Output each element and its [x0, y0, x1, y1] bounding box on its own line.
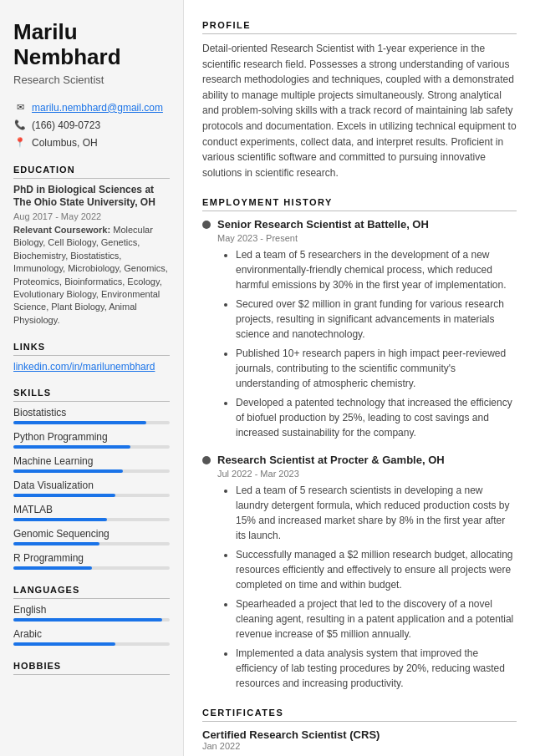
job-bullet: Published 10+ research papers in high im… [236, 346, 517, 391]
job-date: May 2023 - Present [217, 233, 517, 243]
skill-bar-bg [13, 542, 170, 545]
edu-date: Aug 2017 - May 2022 [13, 211, 170, 221]
job-bullets: Led a team of 5 researchers in the devel… [226, 247, 517, 440]
skill-label: Machine Learning [13, 455, 170, 467]
hobbies-section-title: HOBBIES [13, 661, 170, 675]
job-header: Senior Research Scientist at Battelle, O… [202, 218, 517, 231]
skill-bar-fill [13, 494, 115, 497]
education-section-title: EDUCATION [13, 165, 170, 179]
edu-degree: PhD in Biological Sciences at The Ohio S… [13, 184, 170, 210]
job-bullet: Led a team of 5 researchers in the devel… [236, 247, 517, 292]
language-label: Arabic [13, 628, 170, 640]
job-bullet: Successfully managed a $2 million resear… [236, 547, 517, 592]
language-item: English [13, 604, 170, 622]
job-title: Research Scientist at Procter & Gamble, … [217, 454, 445, 466]
job-entry: Senior Research Scientist at Battelle, O… [202, 218, 517, 440]
skill-bar-fill [13, 518, 107, 521]
language-bar-bg [13, 618, 170, 622]
skill-item: Data Visualization [13, 479, 170, 497]
profile-section: PROFILE Detail-oriented Research Scienti… [202, 20, 517, 180]
email-icon: ✉ [13, 101, 27, 114]
skill-label: Python Programming [13, 431, 170, 443]
certificates-section-title: CERTIFICATES [202, 708, 517, 722]
language-item: Arabic [13, 628, 170, 646]
language-bar-fill [13, 618, 162, 622]
edu-coursework: Relevant Coursework: Molecular Biology, … [13, 224, 170, 327]
employment-section: EMPLOYMENT HISTORY Senior Research Scien… [202, 197, 517, 691]
job-dot [202, 456, 211, 464]
skill-bar-bg [13, 566, 170, 570]
skill-label: Biostatistics [13, 407, 170, 419]
skill-label: MATLAB [13, 504, 170, 515]
skill-bar-fill [13, 566, 92, 570]
location-text: Columbus, OH [32, 137, 98, 149]
person-title: Research Scientist [13, 74, 170, 86]
linkedin-link[interactable]: linkedin.com/in/marilunembhard [13, 361, 170, 373]
skills-list: Biostatistics Python Programming Machine… [13, 407, 170, 570]
skill-label: Genomic Sequencing [13, 528, 170, 540]
main-content: PROFILE Detail-oriented Research Scienti… [184, 0, 535, 756]
skill-item: MATLAB [13, 504, 170, 521]
location-icon: 📍 [13, 136, 27, 150]
job-bullet: Secured over $2 million in grant funding… [236, 297, 517, 342]
cert-name: Certified Research Scientist (CRS) [202, 728, 517, 741]
cert-date: Jan 2022 [202, 741, 517, 751]
contact-location-row: 📍 Columbus, OH [13, 136, 170, 150]
skill-label: R Programming [13, 552, 170, 564]
language-bar-fill [13, 642, 115, 646]
job-bullet: Led a team of 5 research scientists in d… [236, 483, 517, 543]
contact-email-row: ✉ marilu.nembhard@gmail.com [13, 101, 170, 114]
job-entry: Research Scientist at Procter & Gamble, … [202, 454, 517, 691]
skill-bar-fill [13, 542, 99, 545]
cert-entry: Certified Research Scientist (CRS) Jan 2… [202, 728, 517, 751]
job-header: Research Scientist at Procter & Gamble, … [202, 454, 517, 466]
profile-text: Detail-oriented Research Scientist with … [202, 41, 517, 180]
job-date: Jul 2022 - Mar 2023 [217, 469, 517, 479]
languages-section-title: LANGUAGES [13, 585, 170, 599]
skill-item: Genomic Sequencing [13, 528, 170, 545]
phone-number: (166) 409-0723 [32, 119, 100, 131]
job-bullet: Spearheaded a project that led to the di… [236, 596, 517, 642]
skill-item: Python Programming [13, 431, 170, 449]
skill-bar-bg [13, 494, 170, 497]
coursework-text: Molecular Biology, Cell Biology, Genetic… [13, 225, 168, 325]
job-bullet: Implemented a data analysis system that … [236, 646, 517, 691]
skill-label: Data Visualization [13, 479, 170, 491]
skill-bar-fill [13, 469, 123, 473]
job-title: Senior Research Scientist at Battelle, O… [217, 218, 429, 231]
skill-bar-bg [13, 445, 170, 449]
links-section-title: LINKS [13, 342, 170, 356]
skill-item: Machine Learning [13, 455, 170, 473]
skill-bar-fill [13, 445, 130, 449]
phone-icon: 📞 [13, 119, 27, 132]
email-link[interactable]: marilu.nembhard@gmail.com [32, 102, 163, 114]
certificates-section: CERTIFICATES Certified Research Scientis… [202, 708, 517, 756]
skill-bar-bg [13, 469, 170, 473]
profile-section-title: PROFILE [202, 20, 517, 34]
skill-item: R Programming [13, 552, 170, 570]
contact-phone-row: 📞 (166) 409-0723 [13, 119, 170, 132]
skill-bar-fill [13, 421, 146, 424]
skill-bar-bg [13, 421, 170, 424]
skill-bar-bg [13, 518, 170, 521]
languages-list: English Arabic [13, 604, 170, 646]
skill-item: Biostatistics [13, 407, 170, 424]
job-bullets: Led a team of 5 research scientists in d… [226, 483, 517, 691]
person-name: Marilu Nembhard [13, 20, 170, 70]
coursework-label: Relevant Coursework: [13, 225, 110, 235]
language-bar-bg [13, 642, 170, 646]
certs-list: Certified Research Scientist (CRS) Jan 2… [202, 728, 517, 756]
jobs-list: Senior Research Scientist at Battelle, O… [202, 218, 517, 691]
employment-section-title: EMPLOYMENT HISTORY [202, 197, 517, 211]
skills-section-title: SKILLS [13, 388, 170, 402]
job-dot [202, 221, 211, 229]
sidebar: Marilu Nembhard Research Scientist ✉ mar… [0, 0, 184, 756]
language-label: English [13, 604, 170, 616]
job-bullet: Developed a patented technology that inc… [236, 395, 517, 440]
